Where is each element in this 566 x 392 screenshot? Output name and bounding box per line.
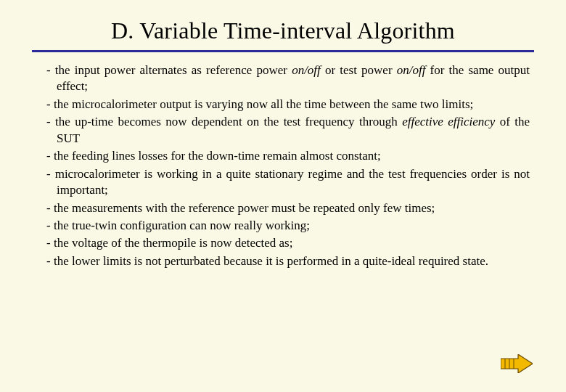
text-fragment: - the input power alternates as referenc… [46,63,292,77]
bullet-item: - the input power alternates as referenc… [36,62,530,95]
text-fragment: or test power [321,63,397,77]
bullet-item: - the up-time becomes now dependent on t… [36,114,530,147]
emphasis: effective efficiency [402,115,495,128]
bullet-item: - the voltage of the thermopile is now d… [36,235,530,251]
arrow-shape [501,354,533,373]
slide: D. Variable Time-interval Algorithm - th… [0,0,566,392]
bullet-item: - the feeding lines losses for the down-… [36,148,530,164]
slide-title: D. Variable Time-interval Algorithm [32,17,534,44]
bullet-item: - the microcalorimeter output is varying… [36,97,530,113]
next-arrow-icon[interactable] [501,354,533,373]
emphasis: on/off [292,63,321,77]
title-underline [32,50,534,52]
text-fragment: - the up-time becomes now dependent on t… [46,115,402,128]
slide-body: - the input power alternates as referenc… [32,62,534,269]
bullet-item: - microcalorimeter is working in a quite… [36,166,530,199]
emphasis: on/off [397,63,426,77]
bullet-item: - the true-twin configuration can now re… [36,218,530,234]
bullet-item: - the lower limits is not perturbated be… [36,253,530,269]
bullet-item: - the measurements with the reference po… [36,200,530,216]
